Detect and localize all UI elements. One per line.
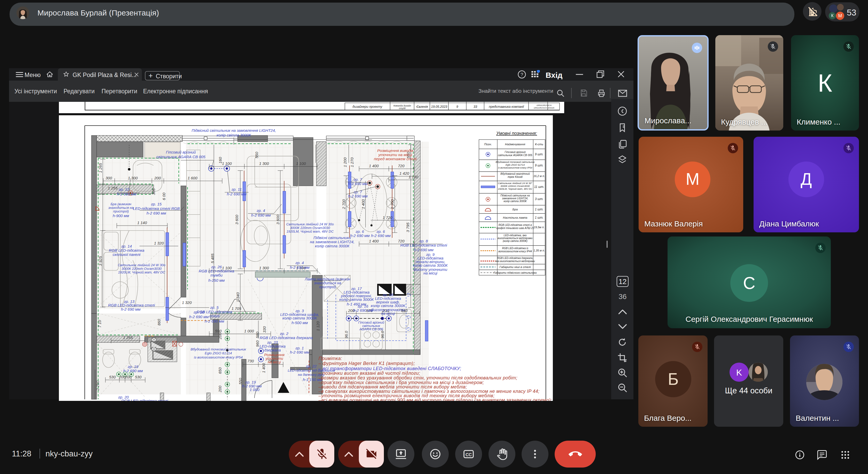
svg-text:1 320: 1 320	[154, 241, 164, 245]
svg-text:Світильник лінійний 24 W 30°: Світильник лінійний 24 W 30°	[498, 182, 532, 184]
svg-text:виготовляється меблярами: виготовляється меблярами	[498, 237, 533, 240]
svg-text:530: 530	[109, 375, 116, 379]
svg-text:h-2 690 мм: h-2 690 мм	[205, 319, 224, 323]
svg-text:9 шт.: 9 шт.	[535, 152, 543, 156]
svg-text:1 300: 1 300	[128, 176, 138, 180]
svg-text:1 255: 1 255	[123, 335, 133, 340]
svg-text:RGB LED-підсвітка стелі: RGB LED-підсвітка стелі	[400, 243, 447, 247]
svg-text:1,35 м п.: 1,35 м п.	[533, 249, 545, 252]
svg-text:960: 960	[255, 340, 259, 347]
svg-text:стелі: стелі	[209, 314, 220, 318]
svg-text:RGB LED-підсвітка дзеркала,: RGB LED-підсвітка дзеркала,	[497, 257, 533, 260]
svg-text:трек Kloodi: трек Kloodi	[507, 175, 523, 178]
svg-text:гр. 12: гр. 12	[119, 187, 129, 191]
svg-text:Габарити ніші в стелі: Габарити ніші в стелі	[500, 265, 531, 269]
svg-text:AGARA CB 005: AGARA CB 005	[359, 327, 383, 331]
svg-text:на місці: на місці	[381, 311, 395, 316]
svg-text:гр. 2: гр. 2	[280, 331, 288, 336]
svg-text:1 705: 1 705	[231, 306, 241, 310]
svg-text:гр. 15: гр. 15	[151, 202, 162, 206]
svg-text:h-2 690 мм: h-2 690 мм	[371, 233, 391, 238]
svg-text:1920LМ, Чорний мат, 48V DC: 1920LМ, Чорний мат, 48V DC	[118, 270, 165, 274]
svg-text:1 шт.: 1 шт.	[535, 216, 543, 219]
svg-text:гр. 6: гр. 6	[377, 229, 385, 234]
svg-text:2 250: 2 250	[95, 381, 100, 391]
svg-text:?: ?	[521, 72, 523, 77]
svg-text:Примітка:: Примітка:	[318, 356, 342, 361]
svg-text:дзеркала: дзеркала	[264, 348, 281, 352]
svg-text:h-2 690 мм: h-2 690 мм	[414, 247, 433, 252]
svg-text:h-900 мм: h-900 мм	[113, 213, 129, 218]
svg-text:замовлення LIGHT24,: замовлення LIGHT24,	[502, 197, 528, 200]
svg-text:3 600: 3 600	[276, 215, 280, 225]
svg-text:гр. 26: гр. 26	[211, 265, 222, 269]
svg-text:1 шт.: 1 шт.	[535, 208, 543, 211]
svg-text:Бра: Бра	[513, 208, 518, 211]
svg-text:3 шт.: 3 шт.	[535, 197, 543, 201]
svg-text:580: 580	[255, 332, 259, 338]
svg-text:гр. 14: гр. 14	[121, 244, 132, 248]
svg-text:LED-підсвітка, яка: LED-підсвітка, яка	[504, 234, 527, 237]
svg-text:Вбудований точковий світильник: Вбудований точковий світильник	[495, 160, 535, 164]
svg-text:1 400: 1 400	[369, 164, 379, 168]
svg-text:яка виготовляється меблярами: яка виготовляється меблярами	[495, 260, 535, 263]
svg-text:Світильник лінійний 24 W 30о: Світильник лінійний 24 W 30о	[286, 222, 334, 226]
svg-text:3 925: 3 925	[98, 256, 102, 266]
svg-text:2 700: 2 700	[342, 199, 346, 209]
svg-text:1 200: 1 200	[343, 157, 347, 167]
svg-text:h-2 690 мм: h-2 690 мм	[121, 307, 141, 312]
svg-text:RGB LED-підсвітка: RGB LED-підсвітка	[109, 248, 144, 253]
svg-text:3 600: 3 600	[235, 215, 239, 225]
svg-text:200: 200	[125, 375, 131, 379]
svg-text:гр. 4: гр. 4	[257, 208, 265, 213]
svg-text:1920LМ, Чорний мат, 48V DC: 1920LМ, Чорний мат, 48V DC	[286, 230, 334, 233]
svg-text:h-2 690 мм: h-2 690 мм	[189, 315, 209, 319]
svg-text:h-2 690 мм: h-2 690 мм	[290, 350, 309, 354]
svg-text:K: K	[736, 367, 742, 377]
svg-text:Підвісний світильник на замовл: Підвісний світильник на замовлення LIGHT…	[192, 128, 276, 132]
svg-text:із вологозахистом класу IP54: із вологозахистом класу IP54	[498, 166, 532, 169]
svg-text:305: 305	[151, 188, 156, 195]
svg-text:RGB LED-підсвітка: RGB LED-підсвітка	[196, 309, 232, 314]
svg-text:96.0: 96.0	[380, 331, 385, 338]
svg-text:300: 300	[105, 176, 112, 180]
svg-text:h-250 мм: h-250 мм	[208, 278, 224, 283]
svg-text:3000К 220mm Osram3030: 3000К 220mm Osram3030	[121, 267, 162, 271]
svg-text:1 600: 1 600	[188, 176, 197, 180]
svg-text:1 300: 1 300	[259, 266, 269, 270]
svg-text:на замовлення LIGHT24,: на замовлення LIGHT24,	[310, 240, 354, 244]
svg-text:К-сть: К-сть	[535, 143, 543, 146]
svg-text:гр. 16: гр. 16	[358, 304, 368, 308]
svg-text:5 485: 5 485	[210, 254, 215, 263]
svg-text:9 шт.: 9 шт.	[535, 164, 543, 167]
svg-text:Умовні позначення:: Умовні позначення:	[496, 131, 537, 136]
svg-text:160: 160	[218, 157, 222, 164]
svg-text:200: 200	[119, 375, 126, 379]
svg-text:1920LМ, Чорний мат, 48V DC: 1920LМ, Чорний мат, 48V DC	[498, 187, 532, 190]
svg-text:3000К 220mm Osram3030: 3000К 220mm Osram3030	[290, 226, 330, 230]
svg-text:1 000: 1 000	[244, 329, 254, 333]
svg-text:знаходиться на: знаходиться на	[314, 281, 341, 285]
svg-text:1 400: 1 400	[369, 239, 379, 243]
svg-text:200: 200	[218, 333, 222, 339]
svg-text:Розміщення виводів: Розміщення виводів	[377, 148, 413, 153]
svg-text:RGB LED-підсвітка: RGB LED-підсвітка	[199, 269, 234, 273]
svg-text:h-2 690 мм: h-2 690 мм	[251, 213, 271, 217]
svg-text:– всі трансформатори LED-підсв: – всі трансформатори LED-підсвіток вивед…	[318, 366, 461, 371]
svg-text:3000К 220mm Osram3030: 3000К 220mm Osram3030	[500, 184, 530, 187]
svg-text:Настільна лампа: Настільна лампа	[503, 216, 528, 219]
svg-text:світильник AGARA CB 005: світильник AGARA CB 005	[498, 153, 532, 157]
svg-text:1 120: 1 120	[316, 321, 320, 331]
svg-text:730: 730	[247, 359, 254, 363]
svg-text:вологозахистом класу IP44: вологозахистом класу IP44	[498, 250, 532, 253]
svg-text:CC: CC	[466, 452, 472, 457]
svg-text:650: 650	[218, 367, 222, 374]
svg-text:світильник AGARA CB 005: світильник AGARA CB 005	[156, 154, 206, 159]
svg-text:6 00: 6 00	[162, 192, 166, 200]
svg-text:Eglo ZIGO 61714: Eglo ZIGO 61714	[505, 164, 525, 166]
svg-text:200: 200	[154, 176, 161, 180]
svg-text:скельної панелі: скельної панелі	[113, 252, 141, 257]
svg-text:– фурнітура Hager Berker K1 (а: – фурнітура Hager Berker K1 (антрацит);	[318, 361, 415, 366]
svg-text:RGB LED-підсвітка із: RGB LED-підсвітка із	[502, 247, 528, 250]
svg-text:1 255: 1 255	[108, 186, 118, 190]
